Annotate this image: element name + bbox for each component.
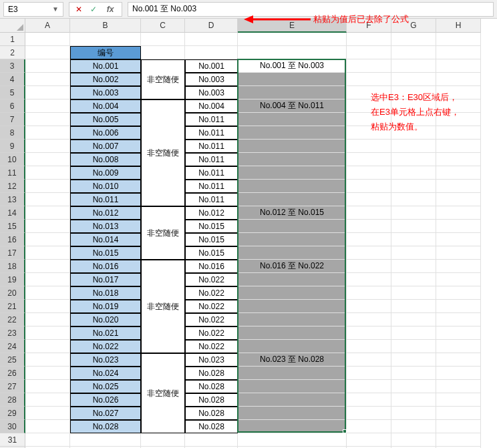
cell-C2[interactable] [141, 46, 185, 59]
cell-F11[interactable] [347, 166, 391, 180]
merged-cell-C18[interactable]: 非空随便 [141, 260, 185, 353]
row-header-1[interactable]: 1 [0, 33, 25, 46]
cell-F20[interactable] [347, 286, 391, 300]
cell-B3[interactable]: No.001 [70, 59, 141, 73]
cell-F27[interactable] [347, 380, 391, 393]
cell-H18[interactable] [436, 260, 481, 273]
cell-A10[interactable] [25, 153, 70, 166]
cell-F9[interactable] [347, 140, 391, 153]
row-header-22[interactable]: 22 [0, 313, 25, 326]
cell-G16[interactable] [391, 233, 436, 246]
cell-F14[interactable] [347, 206, 391, 220]
merged-cell-C14[interactable]: 非空随便 [141, 206, 185, 260]
row-header-15[interactable]: 15 [0, 220, 25, 233]
cell-B26[interactable]: No.024 [70, 367, 141, 380]
cell-D6[interactable]: No.004 [185, 99, 238, 113]
cell-D14[interactable]: No.012 [185, 206, 238, 220]
cell-F2[interactable] [347, 46, 391, 59]
cell-G11[interactable] [391, 166, 436, 180]
cell-D26[interactable]: No.028 [185, 367, 238, 380]
row-header-14[interactable]: 14 [0, 206, 25, 220]
cell-D12[interactable]: No.011 [185, 180, 238, 193]
cell-F25[interactable] [347, 353, 391, 367]
cell-H10[interactable] [436, 153, 481, 166]
cell-D13[interactable]: No.011 [185, 193, 238, 206]
cell-E1[interactable] [238, 33, 347, 46]
row-header-17[interactable]: 17 [0, 246, 25, 260]
cell-D17[interactable]: No.015 [185, 246, 238, 260]
cell-D8[interactable]: No.011 [185, 126, 238, 140]
cell-G2[interactable] [391, 46, 436, 59]
cell-H30[interactable] [436, 420, 481, 433]
cell-G12[interactable] [391, 180, 436, 193]
row-header-9[interactable]: 9 [0, 140, 25, 153]
cell-A13[interactable] [25, 193, 70, 206]
cell-F1[interactable] [347, 33, 391, 46]
cell-B31[interactable] [70, 433, 141, 447]
row-header-5[interactable]: 5 [0, 86, 25, 99]
cell-D15[interactable]: No.015 [185, 220, 238, 233]
row-header-25[interactable]: 25 [0, 353, 25, 367]
cell-F30[interactable] [347, 420, 391, 433]
cell-E5[interactable] [238, 86, 347, 99]
fx-icon[interactable]: fx [102, 5, 119, 14]
cell-A5[interactable] [25, 86, 70, 99]
cell-F23[interactable] [347, 326, 391, 340]
cell-D7[interactable]: No.011 [185, 113, 238, 126]
cell-A19[interactable] [25, 273, 70, 286]
cell-F19[interactable] [347, 273, 391, 286]
cell-A24[interactable] [25, 340, 70, 353]
cell-E25[interactable]: No.023 至 No.028 [238, 353, 347, 367]
row-header-12[interactable]: 12 [0, 180, 25, 193]
cell-A11[interactable] [25, 166, 70, 180]
cell-B22[interactable]: No.020 [70, 313, 141, 326]
select-all-corner[interactable] [0, 19, 25, 33]
cell-B6[interactable]: No.004 [70, 99, 141, 113]
cell-B12[interactable]: No.010 [70, 180, 141, 193]
cell-H21[interactable] [436, 300, 481, 313]
dropdown-icon[interactable]: ▼ [52, 5, 59, 13]
cell-G27[interactable] [391, 380, 436, 393]
row-header-27[interactable]: 27 [0, 380, 25, 393]
cell-D19[interactable]: No.022 [185, 273, 238, 286]
cell-F3[interactable] [347, 59, 391, 73]
cell-G29[interactable] [391, 407, 436, 420]
cell-A7[interactable] [25, 113, 70, 126]
cell-D16[interactable]: No.015 [185, 233, 238, 246]
cell-A3[interactable] [25, 59, 70, 73]
cell-B9[interactable]: No.007 [70, 140, 141, 153]
cell-G3[interactable] [391, 59, 436, 73]
cell-A28[interactable] [25, 393, 70, 407]
row-header-23[interactable]: 23 [0, 326, 25, 340]
cell-H4[interactable] [436, 73, 481, 86]
cell-H11[interactable] [436, 166, 481, 180]
cell-A22[interactable] [25, 313, 70, 326]
cell-H17[interactable] [436, 246, 481, 260]
cell-F12[interactable] [347, 180, 391, 193]
cell-H20[interactable] [436, 286, 481, 300]
cell-B28[interactable]: No.026 [70, 393, 141, 407]
cell-H9[interactable] [436, 140, 481, 153]
cell-D10[interactable]: No.011 [185, 153, 238, 166]
cell-H2[interactable] [436, 46, 481, 59]
cell-B17[interactable]: No.015 [70, 246, 141, 260]
merged-cell-C25[interactable]: 非空随便 [141, 353, 185, 433]
cell-E11[interactable] [238, 166, 347, 180]
row-header-6[interactable]: 6 [0, 99, 25, 113]
cell-F22[interactable] [347, 313, 391, 326]
cell-D5[interactable]: No.003 [185, 86, 238, 99]
row-header-16[interactable]: 16 [0, 233, 25, 246]
cell-D27[interactable]: No.028 [185, 380, 238, 393]
cell-B21[interactable]: No.019 [70, 300, 141, 313]
cell-E21[interactable] [238, 300, 347, 313]
cell-G20[interactable] [391, 286, 436, 300]
row-header-21[interactable]: 21 [0, 300, 25, 313]
cell-A1[interactable] [25, 33, 70, 46]
cell-A9[interactable] [25, 140, 70, 153]
cell-G9[interactable] [391, 140, 436, 153]
cell-E19[interactable] [238, 273, 347, 286]
cell-D31[interactable] [185, 433, 238, 447]
merged-cell-C6[interactable]: 非空随便 [141, 99, 185, 206]
cell-E2[interactable] [238, 46, 347, 59]
cell-B19[interactable]: No.017 [70, 273, 141, 286]
